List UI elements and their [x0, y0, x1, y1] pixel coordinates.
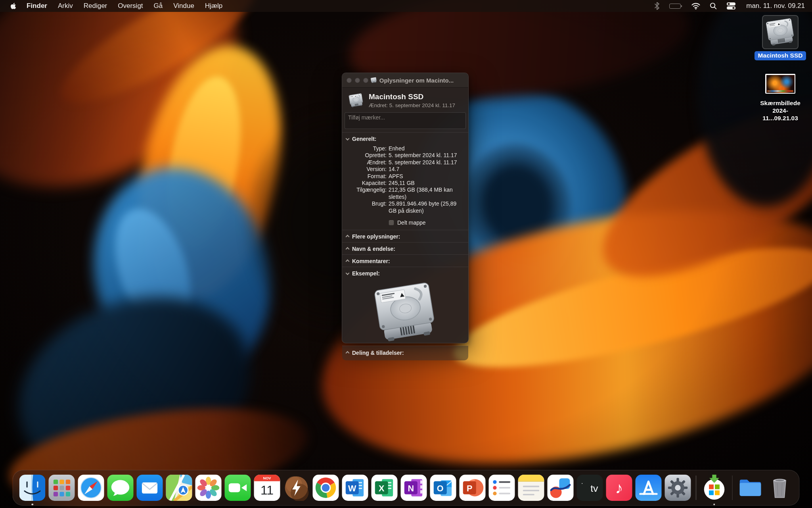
spotlight-search-icon[interactable]	[710, 2, 717, 10]
control-center-icon[interactable]	[726, 2, 736, 10]
photos-icon	[195, 475, 222, 501]
dock-item-maps[interactable]	[165, 471, 194, 505]
dock-item-trash[interactable]	[765, 471, 795, 505]
dock-item-downloads[interactable]	[736, 471, 765, 505]
section-more-info[interactable]: Flere oplysninger:	[342, 230, 468, 242]
dock-item-messages[interactable]	[106, 471, 135, 505]
section-comments[interactable]: Kommentarer:	[342, 255, 468, 267]
bluetooth-icon[interactable]	[654, 2, 660, 10]
dock-item-apple-tv[interactable]: tv	[575, 471, 605, 505]
dock-item-freeform[interactable]	[546, 471, 575, 505]
powerpoint-icon: P	[460, 475, 486, 501]
desktop-icon-macintosh-ssd[interactable]: Macintosh SSD	[756, 15, 804, 60]
dock-item-reminders[interactable]	[487, 471, 517, 505]
word-icon: W	[342, 475, 368, 501]
chevron-down-icon	[346, 137, 350, 140]
screenshot-thumbnail	[765, 74, 795, 94]
menu-arkiv[interactable]: Arkiv	[58, 2, 73, 10]
dock-item-microsoft-autoupdate[interactable]	[699, 471, 729, 505]
dock-separator	[696, 475, 697, 500]
chevron-right-icon	[346, 235, 350, 239]
apple-tv-icon: tv	[577, 475, 603, 501]
info-row: Version:14.7	[346, 166, 464, 173]
section-name-extension[interactable]: Navn & endelse:	[342, 242, 468, 254]
section-sharing-label: Deling & tilladelser:	[352, 350, 404, 356]
shared-folder-checkbox[interactable]	[389, 220, 394, 225]
menu-vindue[interactable]: Vindue	[173, 2, 194, 10]
dock-item-chrome[interactable]	[311, 471, 341, 505]
menu-clock[interactable]: man. 11. nov. 09.21	[746, 2, 805, 10]
dock-item-launchpad[interactable]	[47, 471, 77, 505]
freeform-icon	[548, 475, 574, 501]
system-settings-icon	[665, 475, 691, 501]
menu-oversigt[interactable]: Oversigt	[118, 2, 143, 10]
safari-icon	[78, 475, 104, 501]
section-name-extension-label: Navn & endelse:	[352, 246, 395, 252]
info-row: Format:APFS	[346, 173, 464, 180]
dock-item-safari[interactable]	[77, 471, 106, 505]
dock-item-onenote[interactable]: N	[399, 471, 429, 505]
menu-hjaelp[interactable]: Hjælp	[205, 2, 222, 10]
running-indicator	[31, 504, 33, 506]
chevron-right-icon	[346, 247, 350, 251]
hard-drive-icon	[762, 15, 799, 49]
facetime-icon	[225, 475, 251, 501]
desktop-icon-screenshot[interactable]: Skærmbillede 2024-11...09.21.03	[756, 74, 804, 122]
volume-icon	[348, 93, 364, 108]
section-general-label: Generelt:	[352, 136, 376, 142]
dock-item-facetime[interactable]	[223, 471, 253, 505]
battery-indicator[interactable]	[669, 4, 682, 9]
zoom-button[interactable]	[363, 78, 368, 83]
minimize-button[interactable]	[355, 78, 360, 83]
excel-icon: X	[372, 475, 398, 501]
dock-item-word[interactable]: W	[341, 471, 370, 505]
dock-item-outlook[interactable]: O	[429, 471, 458, 505]
music-icon: ♪	[606, 475, 632, 501]
dock-item-excel[interactable]: X	[370, 471, 399, 505]
microsoft-autoupdate-icon	[701, 475, 727, 501]
dock-separator	[732, 475, 733, 500]
menu-rediger[interactable]: Rediger	[84, 2, 107, 10]
dock-item-finder[interactable]	[18, 471, 47, 505]
downloads-folder-icon	[737, 475, 764, 501]
section-more-info-label: Flere oplysninger:	[352, 233, 400, 240]
desktop[interactable]: Finder Arkiv Rediger Oversigt Gå Vindue …	[0, 0, 812, 508]
dock-item-calendar[interactable]: NOV 11	[253, 471, 282, 505]
info-row: Oprettet:5. september 2024 kl. 11.17	[346, 152, 464, 159]
desktop-icon-label: Macintosh SSD	[755, 51, 806, 60]
info-row: Brugt:25.891.946.496 byte (25,89 GB på d…	[346, 200, 464, 214]
dock-item-mail[interactable]	[135, 471, 165, 505]
window-titlebar[interactable]: Oplysninger om Macinto...	[342, 73, 468, 88]
dock-item-lightning-app[interactable]	[282, 471, 311, 505]
dock-item-notes[interactable]	[517, 471, 546, 505]
section-preview[interactable]: Eksempel:	[342, 267, 468, 279]
menu-ga[interactable]: Gå	[154, 2, 163, 10]
desktop-icon-label: Skærmbillede 2024-11...09.21.03	[756, 99, 804, 122]
dock-item-music[interactable]: ♪	[605, 471, 634, 505]
menu-items: Finder Arkiv Rediger Oversigt Gå Vindue …	[27, 2, 222, 10]
menu-bar: Finder Arkiv Rediger Oversigt Gå Vindue …	[0, 0, 812, 12]
info-row: Type:Enhed	[346, 145, 464, 152]
apple-menu[interactable]	[10, 2, 17, 10]
dock-item-photos[interactable]	[194, 471, 223, 505]
onenote-icon: N	[401, 475, 427, 501]
dock-item-system-settings[interactable]	[663, 471, 693, 505]
close-button[interactable]	[347, 78, 352, 83]
wifi-icon[interactable]	[691, 3, 700, 10]
dock-item-app-store[interactable]	[634, 471, 663, 505]
section-general[interactable]: Generelt:	[342, 133, 468, 144]
info-row: Ændret:5. september 2024 kl. 11.17	[346, 159, 464, 166]
tags-input[interactable]	[345, 112, 466, 129]
app-store-icon	[636, 475, 662, 501]
section-sharing-permissions[interactable]: Deling & tilladelser:	[342, 346, 468, 360]
get-info-window: Oplysninger om Macinto... Macintosh SSD …	[342, 73, 469, 343]
chrome-icon	[313, 475, 339, 501]
menu-finder[interactable]: Finder	[27, 2, 47, 10]
trash-icon	[767, 475, 793, 501]
window-disk-icon	[370, 77, 377, 83]
dock-item-powerpoint[interactable]: P	[458, 471, 487, 505]
maps-icon	[166, 475, 192, 501]
svg-text:P: P	[467, 483, 472, 493]
svg-text:O: O	[437, 483, 444, 493]
volume-modified-date: Ændret: 5. september 2024 kl. 11.17	[369, 102, 455, 108]
